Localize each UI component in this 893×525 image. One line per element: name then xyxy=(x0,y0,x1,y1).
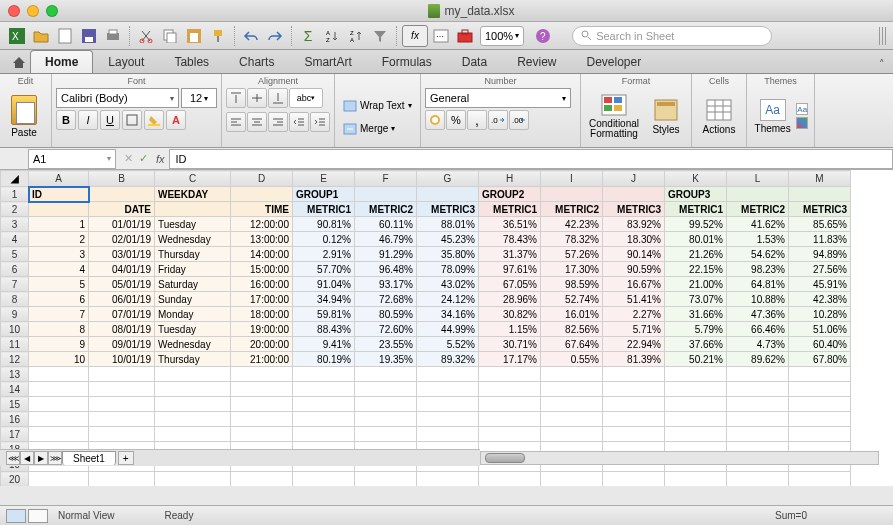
row-header-10[interactable]: 10 xyxy=(1,322,29,337)
cell-L11[interactable]: 4.73% xyxy=(727,337,789,352)
zoom-selector[interactable]: 100%▾ xyxy=(480,26,524,46)
font-name-selector[interactable]: Calibri (Body)▾ xyxy=(56,88,179,108)
cell-A17[interactable] xyxy=(29,427,89,442)
cell-K8[interactable]: 73.07% xyxy=(665,292,727,307)
excel-icon[interactable]: X xyxy=(6,25,28,47)
theme-colors-button[interactable] xyxy=(796,117,808,129)
cell-H12[interactable]: 17.17% xyxy=(479,352,541,367)
paste-icon[interactable] xyxy=(183,25,205,47)
cell-G6[interactable]: 78.09% xyxy=(417,262,479,277)
column-header-C[interactable]: C xyxy=(155,171,231,187)
cell-M10[interactable]: 51.06% xyxy=(789,322,851,337)
cell-B5[interactable]: 03/01/19 xyxy=(89,247,155,262)
confirm-formula-button[interactable]: ✓ xyxy=(139,152,148,165)
cell-B7[interactable]: 05/01/19 xyxy=(89,277,155,292)
row-header-4[interactable]: 4 xyxy=(1,232,29,247)
cell-C7[interactable]: Saturday xyxy=(155,277,231,292)
cell-E16[interactable] xyxy=(293,412,355,427)
column-header-G[interactable]: G xyxy=(417,171,479,187)
cell-D6[interactable]: 15:00:00 xyxy=(231,262,293,277)
cell-K4[interactable]: 80.01% xyxy=(665,232,727,247)
name-box[interactable]: A1▾ xyxy=(28,149,116,169)
cell-F12[interactable]: 19.35% xyxy=(355,352,417,367)
spreadsheet-grid[interactable]: ◢ABCDEFGHIJKLM1IDWEEKDAYGROUP1GROUP2GROU… xyxy=(0,170,893,486)
cell-F6[interactable]: 96.48% xyxy=(355,262,417,277)
open-icon[interactable] xyxy=(30,25,52,47)
cut-icon[interactable] xyxy=(135,25,157,47)
cell-E7[interactable]: 91.04% xyxy=(293,277,355,292)
cell-A11[interactable]: 9 xyxy=(29,337,89,352)
cell-E20[interactable] xyxy=(293,472,355,487)
cell-J6[interactable]: 90.59% xyxy=(603,262,665,277)
cell-A15[interactable] xyxy=(29,397,89,412)
cell-H5[interactable]: 31.37% xyxy=(479,247,541,262)
cell-M15[interactable] xyxy=(789,397,851,412)
row-header-1[interactable]: 1 xyxy=(1,187,29,202)
cell-K20[interactable] xyxy=(665,472,727,487)
row-header-16[interactable]: 16 xyxy=(1,412,29,427)
tab-home[interactable]: Home xyxy=(30,50,93,73)
autosum-icon[interactable]: Σ xyxy=(297,25,319,47)
cell-A9[interactable]: 7 xyxy=(29,307,89,322)
cell-E2[interactable]: METRIC1 xyxy=(293,202,355,217)
cell-B12[interactable]: 10/01/19 xyxy=(89,352,155,367)
cell-L20[interactable] xyxy=(727,472,789,487)
row-header-9[interactable]: 9 xyxy=(1,307,29,322)
percent-button[interactable]: % xyxy=(446,110,466,130)
close-window-button[interactable] xyxy=(8,5,20,17)
cell-K6[interactable]: 22.15% xyxy=(665,262,727,277)
cell-C17[interactable] xyxy=(155,427,231,442)
cell-E6[interactable]: 57.70% xyxy=(293,262,355,277)
cell-F5[interactable]: 91.29% xyxy=(355,247,417,262)
cell-D10[interactable]: 19:00:00 xyxy=(231,322,293,337)
cell-I10[interactable]: 82.56% xyxy=(541,322,603,337)
cell-F20[interactable] xyxy=(355,472,417,487)
cell-A1[interactable]: ID xyxy=(29,187,89,202)
cell-H14[interactable] xyxy=(479,382,541,397)
cell-H15[interactable] xyxy=(479,397,541,412)
row-header-20[interactable]: 20 xyxy=(1,472,29,487)
cell-G2[interactable]: METRIC3 xyxy=(417,202,479,217)
cell-H3[interactable]: 36.51% xyxy=(479,217,541,232)
cell-L2[interactable]: METRIC2 xyxy=(727,202,789,217)
cell-D1[interactable] xyxy=(231,187,293,202)
cancel-formula-button[interactable]: ✕ xyxy=(124,152,133,165)
cell-J12[interactable]: 81.39% xyxy=(603,352,665,367)
cell-B1[interactable] xyxy=(89,187,155,202)
row-header-13[interactable]: 13 xyxy=(1,367,29,382)
cell-I9[interactable]: 16.01% xyxy=(541,307,603,322)
cell-H11[interactable]: 30.71% xyxy=(479,337,541,352)
cell-J3[interactable]: 83.92% xyxy=(603,217,665,232)
cell-J17[interactable] xyxy=(603,427,665,442)
cell-G8[interactable]: 24.12% xyxy=(417,292,479,307)
cell-F13[interactable] xyxy=(355,367,417,382)
redo-icon[interactable] xyxy=(264,25,286,47)
cell-B3[interactable]: 01/01/19 xyxy=(89,217,155,232)
cell-E9[interactable]: 59.81% xyxy=(293,307,355,322)
sort-desc-icon[interactable]: ZA xyxy=(345,25,367,47)
theme-fonts-button[interactable]: Aa xyxy=(796,103,808,115)
cell-K16[interactable] xyxy=(665,412,727,427)
cell-I6[interactable]: 17.30% xyxy=(541,262,603,277)
cell-B8[interactable]: 06/01/19 xyxy=(89,292,155,307)
sheet-nav-prev[interactable]: ◀ xyxy=(20,451,34,465)
increase-decimal-button[interactable]: .00 xyxy=(509,110,529,130)
cell-K2[interactable]: METRIC1 xyxy=(665,202,727,217)
column-header-A[interactable]: A xyxy=(29,171,89,187)
cell-H7[interactable]: 67.05% xyxy=(479,277,541,292)
font-color-button[interactable]: A xyxy=(166,110,186,130)
cell-D14[interactable] xyxy=(231,382,293,397)
column-header-B[interactable]: B xyxy=(89,171,155,187)
cell-M8[interactable]: 42.38% xyxy=(789,292,851,307)
row-header-15[interactable]: 15 xyxy=(1,397,29,412)
align-right-button[interactable] xyxy=(268,112,288,132)
cell-G16[interactable] xyxy=(417,412,479,427)
cell-H2[interactable]: METRIC1 xyxy=(479,202,541,217)
cell-C2[interactable] xyxy=(155,202,231,217)
cell-F11[interactable]: 23.55% xyxy=(355,337,417,352)
align-top-button[interactable] xyxy=(226,88,246,108)
cell-E8[interactable]: 34.94% xyxy=(293,292,355,307)
cell-M2[interactable]: METRIC3 xyxy=(789,202,851,217)
help-icon[interactable]: ? xyxy=(532,25,554,47)
cell-F2[interactable]: METRIC2 xyxy=(355,202,417,217)
